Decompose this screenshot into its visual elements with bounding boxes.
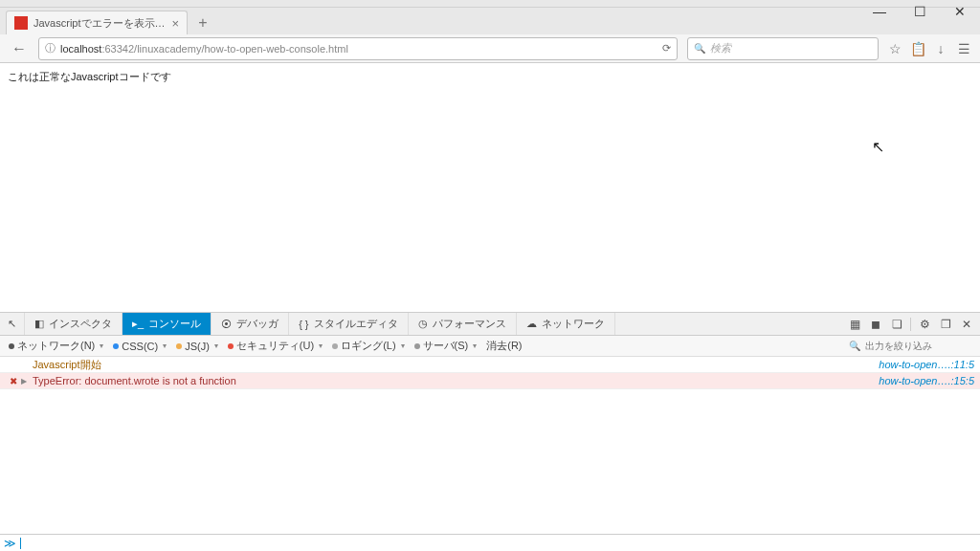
settings-button[interactable]: ⚙ <box>917 317 932 332</box>
filter-search-icon: 🔍 <box>849 341 860 351</box>
library-button[interactable]: 📋 <box>907 36 928 61</box>
filter-js-button[interactable]: JS(J)▾ <box>171 337 223 356</box>
network-icon: ☁ <box>526 318 537 330</box>
search-placeholder: 検索 <box>710 41 731 55</box>
input-caret <box>20 538 21 549</box>
style-icon: { } <box>299 319 308 330</box>
error-source-link[interactable]: how-to-open….:15:5 <box>879 375 974 386</box>
downloads-button[interactable]: ↓ <box>930 36 951 61</box>
error-message-text: TypeError: document.wrote is not a funct… <box>33 375 879 386</box>
tab-strip: Javascriptでエラーを表示する... × + <box>0 8 980 34</box>
tab-network-label: ネットワーク <box>542 317 605 331</box>
console-icon: ▸_ <box>132 318 144 330</box>
tab-close-button[interactable]: × <box>171 16 179 31</box>
menu-button[interactable]: ☰ <box>953 36 974 61</box>
tab-debugger[interactable]: ⦿ デバッガ <box>212 313 289 335</box>
perf-icon: ◷ <box>418 318 428 330</box>
console-log-row[interactable]: Javascript開始 how-to-open….:11:5 <box>0 357 980 373</box>
window-maximize-button[interactable]: ☐ <box>900 0 940 23</box>
tab-debugger-label: デバッガ <box>236 317 278 331</box>
devtools-close-button[interactable]: ✕ <box>959 317 974 332</box>
element-picker-button[interactable]: ↖ <box>0 313 25 335</box>
page-body-text: これは正常なJavascriptコードです <box>8 71 171 82</box>
tab-title: Javascriptでエラーを表示する... <box>33 16 166 31</box>
favicon-icon <box>14 16 28 30</box>
devtools-tab-bar: ↖ ◧ インスペクタ ▸_ コンソール ⦿ デバッガ { } スタイルエディタ … <box>0 313 980 336</box>
picker-icon: ↖ <box>8 318 16 330</box>
reload-button[interactable]: ⟳ <box>662 42 671 55</box>
tab-style-label: スタイルエディタ <box>314 317 398 331</box>
tab-inspector-label: インスペクタ <box>49 317 112 331</box>
screenshot-button[interactable]: ◼ <box>868 317 883 332</box>
filter-security-button[interactable]: セキュリティ(U)▾ <box>223 337 327 356</box>
console-messages: Javascript開始 how-to-open….:11:5 ✖ ▶ Type… <box>0 357 980 534</box>
window-close-button[interactable]: ✕ <box>940 0 980 23</box>
filter-input[interactable] <box>865 341 970 351</box>
error-icon: ✖ <box>6 376 21 386</box>
tab-inspector[interactable]: ◧ インスペクタ <box>25 313 122 335</box>
page-content: これは正常なJavascriptコードです ↖ <box>0 63 980 312</box>
search-icon: 🔍 <box>694 43 705 54</box>
log-message-text: Javascript開始 <box>33 358 879 372</box>
log-source-link[interactable]: how-to-open….:11:5 <box>879 359 974 370</box>
window-minimize-button[interactable]: — <box>859 0 900 23</box>
tab-network[interactable]: ☁ ネットワーク <box>517 313 615 335</box>
new-tab-button[interactable]: + <box>191 11 214 34</box>
window-titlebar <box>0 0 980 8</box>
inspector-icon: ◧ <box>34 318 44 330</box>
back-button[interactable]: ← <box>6 36 33 61</box>
filter-css-button[interactable]: CSS(C)▾ <box>108 337 171 356</box>
window-controls: — ☐ ✕ <box>859 0 980 23</box>
console-error-row[interactable]: ✖ ▶ TypeError: document.wrote is not a f… <box>0 373 980 389</box>
popout-button[interactable]: ❐ <box>938 317 953 332</box>
browser-toolbar: ← ⓘ localhost:63342/linuxacademy/how-to-… <box>0 34 980 63</box>
tab-console-label: コンソール <box>148 317 201 331</box>
debugger-icon: ⦿ <box>221 319 232 330</box>
clear-console-button[interactable]: 消去(R) <box>481 337 526 356</box>
devtools-panel: ↖ ◧ インスペクタ ▸_ コンソール ⦿ デバッガ { } スタイルエディタ … <box>0 312 980 551</box>
info-icon[interactable]: ⓘ <box>45 41 56 55</box>
console-input-row[interactable]: ≫ <box>0 534 980 551</box>
url-text: localhost:63342/linuxacademy/how-to-open… <box>60 43 662 55</box>
console-filter-bar: ネットワーク(N)▾ CSS(C)▾ JS(J)▾ セキュリティ(U)▾ ロギン… <box>0 336 980 357</box>
tab-perf-label: パフォーマンス <box>433 317 506 331</box>
prompt-icon: ≫ <box>4 537 16 550</box>
filter-logging-button[interactable]: ロギング(L)▾ <box>327 337 409 356</box>
tab-performance[interactable]: ◷ パフォーマンス <box>409 313 517 335</box>
mouse-cursor-icon: ↖ <box>872 138 884 156</box>
bookmark-star-button[interactable]: ☆ <box>884 36 905 61</box>
devtools-tab-right: ▦ ◼ ❏ ⚙ ❐ ✕ <box>847 313 980 335</box>
filter-server-button[interactable]: サーバ(S)▾ <box>410 337 482 356</box>
filter-network-button[interactable]: ネットワーク(N)▾ <box>4 337 108 356</box>
responsive-mode-button[interactable]: ▦ <box>847 317 862 332</box>
tab-console[interactable]: ▸_ コンソール <box>122 313 212 335</box>
dock-button[interactable]: ❏ <box>889 317 904 332</box>
browser-tab[interactable]: Javascriptでエラーを表示する... × <box>6 11 188 34</box>
tab-style-editor[interactable]: { } スタイルエディタ <box>289 313 408 335</box>
search-bar[interactable]: 🔍 検索 <box>687 37 879 60</box>
url-bar[interactable]: ⓘ localhost:63342/linuxacademy/how-to-op… <box>38 37 678 60</box>
expand-arrow-icon[interactable]: ▶ <box>21 377 33 386</box>
